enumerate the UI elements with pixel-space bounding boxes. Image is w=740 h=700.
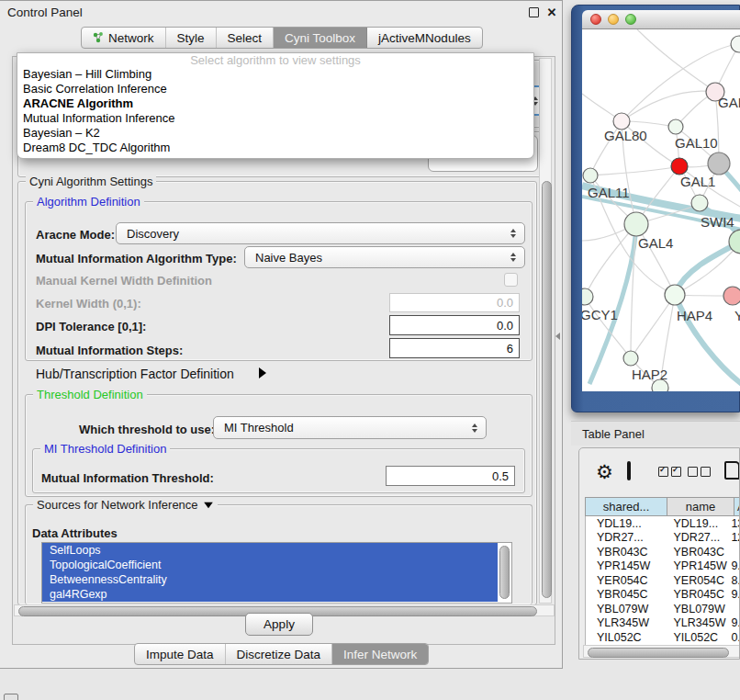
group-title: Cyni Algorithm Settings: [26, 175, 156, 188]
close-window-icon[interactable]: [590, 14, 601, 25]
table-row[interactable]: YBR043CYBR043C: [586, 545, 740, 559]
aracne-mode-select[interactable]: Discovery: [116, 222, 525, 244]
column-header-shared-name[interactable]: shared...: [585, 497, 667, 516]
which-threshold-select[interactable]: MI Threshold: [213, 416, 487, 439]
network-edge[interactable]: [622, 91, 715, 121]
network-window-titlebar[interactable]: [582, 10, 740, 29]
network-node-gal4[interactable]: [624, 212, 648, 236]
tab-discretize-data[interactable]: Discretize Data: [226, 644, 333, 664]
expand-down-icon: [204, 502, 213, 507]
network-node-hap2[interactable]: [623, 351, 638, 366]
table-row[interactable]: YDL19...YDL19...13: [586, 516, 740, 531]
column-header-name[interactable]: name: [667, 497, 734, 516]
apply-button[interactable]: Apply: [245, 613, 313, 636]
settings-vscrollbar-thumb[interactable]: [542, 181, 552, 598]
kernel-width-input[interactable]: 0.0: [389, 293, 520, 312]
deselect-all-columns-icon[interactable]: [688, 467, 711, 477]
mi-algorithm-type-select[interactable]: Naive Bayes: [244, 246, 525, 268]
table-row[interactable]: YBR045CYBR045C9.: [586, 588, 740, 603]
cyni-bottom-tabs: Impute Data Discretize Data Infer Networ…: [134, 643, 429, 665]
expand-right-icon[interactable]: [259, 367, 266, 378]
network-edge[interactable]: [676, 242, 740, 292]
popup-item[interactable]: Basic Correlation Inference: [17, 82, 533, 96]
mi-steps-input[interactable]: 6: [389, 338, 520, 358]
network-node-salmon-right[interactable]: [723, 287, 740, 305]
combo-arrows-icon: [510, 253, 516, 262]
table-row[interactable]: YIL052CYIL052C0.: [586, 630, 740, 645]
column-header-cut[interactable]: A: [734, 497, 740, 516]
list-item[interactable]: SelfLoops: [42, 543, 498, 558]
panel-splitter-handle[interactable]: [555, 333, 560, 340]
popup-item-selected[interactable]: ARACNE Algorithm: [17, 96, 533, 111]
table-header-row: shared... name A: [579, 497, 739, 516]
tab-label: Cyni Toolbox: [285, 31, 355, 45]
popup-item[interactable]: Bayesian – Hill Climbing: [17, 67, 533, 82]
table-row[interactable]: YLR345WYLR345W9.: [586, 616, 740, 631]
tab-label: Infer Network: [343, 648, 417, 661]
dpi-tolerance-input[interactable]: 0.0: [389, 315, 520, 335]
table-hscrollbar-thumb[interactable]: [588, 648, 729, 658]
table-row[interactable]: YER054CYER054C8.: [586, 573, 740, 588]
network-node-gal10[interactable]: [668, 119, 683, 134]
minimize-window-icon[interactable]: [608, 14, 619, 25]
tab-select[interactable]: Select: [217, 28, 275, 48]
sources-expander[interactable]: Sources for Network Inference: [33, 498, 218, 512]
popup-item[interactable]: Dream8 DC_TDC Algorithm: [17, 141, 533, 155]
close-panel-icon[interactable]: ✕: [545, 6, 558, 18]
list-item[interactable]: gal4RGexp: [42, 587, 498, 602]
mi-threshold-label: Mutual Information Threshold:: [41, 471, 214, 485]
bottom-left-grip-icon[interactable]: [4, 694, 18, 700]
function-builder-icon[interactable]: [724, 461, 740, 480]
tab-infer-network[interactable]: Infer Network: [332, 644, 428, 664]
table-settings-gear-icon[interactable]: ⚙: [596, 462, 613, 481]
table-row[interactable]: YBL079WYBL079W: [586, 602, 740, 616]
tab-style[interactable]: Style: [166, 28, 217, 48]
zoom-window-icon[interactable]: [625, 14, 636, 25]
select-all-columns-icon[interactable]: [658, 467, 681, 477]
network-icon: [93, 32, 104, 43]
table-row[interactable]: YPR145WYPR145W9.: [586, 559, 740, 574]
tab-impute-data[interactable]: Impute Data: [135, 644, 226, 664]
network-edge[interactable]: [637, 29, 715, 92]
network-canvas[interactable]: GALGAL80GAL10GAL1GAL11SWI4GAL4GCY1HAP4YH…: [582, 29, 740, 391]
list-item[interactable]: BetweennessCentrality: [42, 572, 498, 587]
tab-network[interactable]: Network: [82, 28, 166, 48]
tab-jactivemnodules[interactable]: jActiveMNodules: [367, 28, 482, 48]
node-label: HAP2: [632, 367, 667, 382]
table-toolbar: ⚙: [579, 448, 739, 497]
combo-arrows-icon: [510, 229, 516, 238]
table-row[interactable]: YDR27...YDR27...12: [586, 531, 740, 546]
network-node-hap4[interactable]: [665, 285, 685, 305]
table-hscrollbar-track[interactable]: [583, 645, 740, 658]
column-layout-icon[interactable]: [627, 461, 631, 480]
list-scrollbar[interactable]: [499, 546, 510, 599]
network-node-gal11[interactable]: [583, 168, 598, 183]
mi-steps-label: Mutual Information Steps:: [36, 344, 183, 357]
network-node-top-partial[interactable]: [731, 36, 740, 52]
popup-prompt: Select algorithm to view settings: [17, 53, 533, 67]
group-title: Threshold Definition: [33, 388, 147, 401]
node-label: SWI4: [701, 214, 734, 230]
tab-label: Style: [177, 31, 205, 45]
network-node-gray-node[interactable]: [708, 152, 730, 175]
float-panel-icon[interactable]: [527, 6, 540, 18]
network-node-swi4[interactable]: [691, 195, 708, 211]
network-node-gal1[interactable]: [671, 158, 688, 175]
network-node-gcy1[interactable]: [582, 288, 593, 305]
hub-definition-expander[interactable]: Hub/Transcription Factor Definition: [36, 367, 234, 381]
data-attributes-label: Data Attributes: [32, 526, 118, 540]
network-edge[interactable]: [590, 166, 679, 175]
network-window: GALGAL80GAL10GAL1GAL11SWI4GAL4GCY1HAP4YH…: [571, 5, 740, 412]
manual-kernel-width-checkbox[interactable]: [504, 273, 518, 287]
popup-item[interactable]: Mutual Information Inference: [17, 111, 533, 126]
selected-value: MI Threshold: [224, 421, 294, 435]
tab-label: Network: [108, 31, 154, 45]
combo-arrows-icon: [472, 423, 477, 433]
tab-cyni-toolbox[interactable]: Cyni Toolbox: [274, 28, 367, 48]
network-edge[interactable]: [631, 295, 675, 358]
mi-threshold-input[interactable]: 0.5: [386, 466, 515, 486]
node-label: GAL1: [680, 174, 715, 189]
settings-vscrollbar-track[interactable]: [539, 58, 552, 604]
list-item[interactable]: TopologicalCoefficient: [42, 558, 498, 572]
popup-item[interactable]: Bayesian – K2: [17, 126, 533, 141]
